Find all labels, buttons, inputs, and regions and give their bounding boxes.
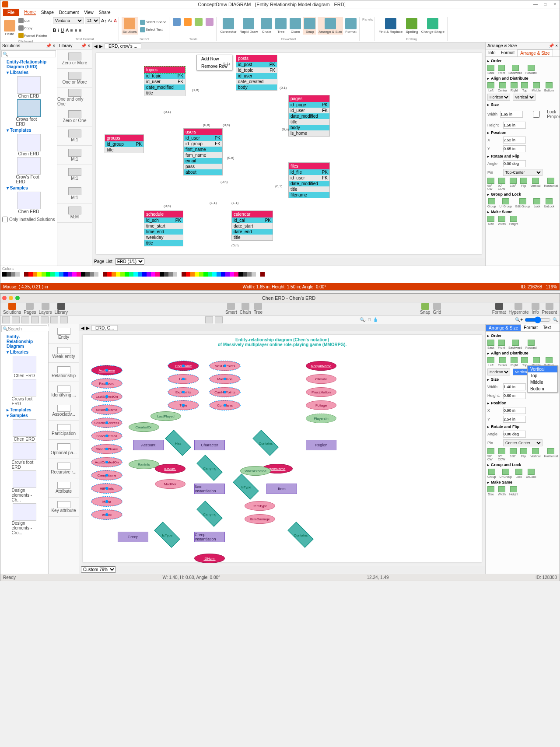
rotate-tool[interactable] — [205, 316, 213, 323]
color-swatch[interactable] — [98, 272, 103, 277]
paste-button[interactable]: Paste — [3, 19, 16, 37]
color-swatch[interactable] — [59, 272, 63, 277]
color-swatch[interactable] — [133, 272, 138, 277]
tb-present[interactable]: Present — [542, 303, 557, 315]
color-swatch[interactable] — [7, 272, 11, 277]
tb-format[interactable]: Format — [492, 303, 506, 315]
attr-PlayersIn[interactable]: PlayersIn — [306, 414, 336, 423]
color-swatch[interactable] — [81, 272, 85, 277]
tb-grid[interactable]: Grid — [433, 303, 441, 315]
line-tool[interactable] — [172, 17, 182, 27]
y-input[interactable] — [503, 145, 526, 152]
tb-smart[interactable]: Smart — [225, 303, 237, 315]
mac-y-input[interactable] — [503, 416, 526, 423]
color-swatch[interactable] — [112, 272, 116, 277]
color-swatch[interactable] — [138, 272, 142, 277]
mac-tmpl-node[interactable]: ▸ Templates — [2, 407, 46, 413]
mac-angle-input[interactable] — [503, 431, 526, 438]
color-swatch[interactable] — [142, 272, 147, 277]
mac-lib-item[interactable]: Entity — [49, 324, 79, 344]
rot-cw[interactable]: 90° CW — [487, 178, 494, 190]
mac-thumb-crow[interactable]: Crows foot ERD — [12, 379, 37, 406]
pencil-tool[interactable] — [60, 316, 68, 323]
info-tab[interactable]: Info — [486, 49, 498, 56]
ent-region[interactable]: Region — [306, 440, 336, 450]
attr-LastSignedOn[interactable]: LastSignedOn — [91, 392, 122, 401]
color-swatch[interactable] — [155, 272, 160, 277]
color-swatch[interactable] — [125, 272, 129, 277]
mac-samp-crow[interactable]: Crow's foot ERD — [12, 442, 37, 470]
color-swatch[interactable] — [243, 272, 247, 277]
color-swatch[interactable] — [147, 272, 151, 277]
color-swatch[interactable] — [234, 272, 238, 277]
canvas[interactable]: ◀▶ERD, crow's ... Add Row Remove Row top… — [92, 42, 485, 266]
tb-snap[interactable]: Snap — [420, 303, 430, 315]
mac-ungroup[interactable]: UnGroup — [499, 469, 511, 478]
spelling-button[interactable]: Spelling — [405, 17, 419, 35]
flip-btn[interactable]: Flip — [520, 178, 527, 190]
mac-x-input[interactable] — [503, 407, 526, 414]
attr-createdon[interactable]: CreatedOn — [129, 422, 159, 432]
font-grow-icon[interactable]: A↑ — [101, 18, 107, 23]
lib-item[interactable]: Zero or More — [57, 49, 92, 69]
attr-CharName[interactable]: CharName — [168, 361, 199, 371]
mac-lib-item[interactable]: Optional pa... — [49, 440, 79, 459]
only-installed-check[interactable]: Only Installed Solutions — [0, 216, 57, 223]
rot-ccw[interactable]: 90° CCW — [498, 178, 506, 190]
lib-item[interactable]: M:1 — [57, 184, 92, 203]
attr-itemtype[interactable]: ItemType — [245, 501, 275, 511]
x-input[interactable] — [503, 137, 526, 144]
color-swatch[interactable] — [68, 272, 72, 277]
attr-Attack[interactable]: Attack — [91, 510, 122, 519]
mac-forward[interactable]: Forward — [525, 340, 537, 349]
attr-SbscrbrAddress[interactable]: SbscrbrAddress — [91, 418, 122, 428]
file-menu[interactable]: File — [3, 9, 19, 16]
attr-CurrHitPoints[interactable]: CurrHitPoints — [210, 387, 240, 397]
group-btn[interactable]: Group — [487, 198, 496, 208]
mac-close[interactable] — [2, 296, 7, 300]
mac-min[interactable] — [9, 296, 13, 300]
lib-item[interactable]: M:1 — [57, 126, 92, 146]
color-swatch[interactable] — [72, 272, 77, 277]
mac-samp-node[interactable]: ▾ Samples — [2, 413, 46, 418]
attr-HitPoints[interactable]: HitPoints — [91, 484, 122, 493]
cut-button[interactable]: Cut — [18, 17, 48, 24]
text-tool[interactable] — [183, 17, 192, 27]
pin-select[interactable]: Top-Center — [503, 169, 542, 176]
attr-idnum2[interactable]: IDNum. — [194, 554, 225, 563]
flip-h[interactable]: Horizontal — [544, 178, 558, 190]
attr-ExpPoints[interactable]: ExpPoints — [168, 387, 199, 397]
rect-tool-mac[interactable] — [21, 316, 29, 323]
color-swatch[interactable] — [190, 272, 195, 277]
mac-rot-ccw[interactable]: 90° CCW — [498, 448, 506, 461]
color-swatch[interactable] — [212, 272, 217, 277]
arrange-tab[interactable]: Arrange & Size — [517, 49, 553, 56]
mac-al-center[interactable]: Center — [498, 357, 507, 367]
color-swatch[interactable] — [225, 272, 230, 277]
select-shape-button[interactable]: Select Shape — [139, 19, 168, 26]
mac-al-right[interactable]: Right — [511, 357, 518, 367]
tb-solutions[interactable]: Solutions — [3, 303, 21, 315]
color-swatch[interactable] — [55, 272, 59, 277]
clone-button[interactable]: Clone — [289, 17, 302, 35]
align-top[interactable]: Top — [521, 82, 528, 92]
mac-erd-node[interactable]: Entity-Relationship Diagram — [2, 334, 46, 349]
attr-AcctName[interactable]: AcctName — [91, 365, 122, 375]
mac-front[interactable]: Front — [498, 340, 505, 349]
angle-input[interactable] — [503, 160, 526, 167]
attr-Level[interactable]: Level — [168, 374, 199, 384]
color-swatch[interactable] — [50, 272, 55, 277]
solutions-button[interactable]: Solutions — [122, 17, 138, 35]
attr-Precipitation[interactable]: Precipitation — [306, 387, 336, 397]
mac-rot-cw[interactable]: 90° CW — [487, 448, 494, 461]
thumb-crows-foot[interactable]: Crows foot ERD — [16, 99, 42, 126]
mac-search[interactable]: 🔍 — [1, 325, 47, 332]
erd-table-topics[interactable]: topicsid_topicPKid_userFKdate_modifiedti… — [144, 66, 186, 96]
color-swatch[interactable] — [238, 272, 243, 277]
color-swatch[interactable] — [20, 272, 24, 277]
rapid-draw-button[interactable]: Rapid Draw — [238, 17, 259, 35]
rel-contains[interactable]: Contains — [252, 430, 278, 456]
dd-vertical[interactable]: Vertical — [528, 366, 557, 372]
attr-whencreated[interactable]: WhenCreated — [240, 466, 271, 476]
color-swatch[interactable] — [230, 272, 234, 277]
